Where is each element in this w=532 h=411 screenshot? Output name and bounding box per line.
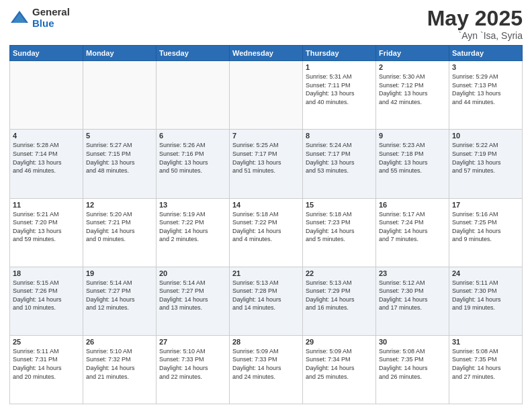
day-cell-0-3	[230, 61, 303, 130]
day-cell-1-3: 7Sunrise: 5:25 AM Sunset: 7:17 PM Daylig…	[230, 130, 303, 198]
header: General Blue May 2025 `Ayn `Isa, Syria	[9, 7, 523, 41]
day-info: Sunrise: 5:29 AM Sunset: 7:13 PM Dayligh…	[452, 73, 519, 106]
day-number: 27	[159, 338, 226, 346]
day-cell-4-6: 31Sunrise: 5:08 AM Sunset: 7:35 PM Dayli…	[449, 335, 523, 404]
day-cell-1-0: 4Sunrise: 5:28 AM Sunset: 7:14 PM Daylig…	[10, 130, 83, 198]
logo-icon	[9, 8, 30, 28]
calendar-header-row: Sunday Monday Tuesday Wednesday Thursday…	[10, 46, 523, 61]
title-block: May 2025 `Ayn `Isa, Syria	[427, 7, 523, 41]
day-number: 25	[13, 338, 80, 346]
day-cell-0-0	[10, 61, 83, 130]
day-info: Sunrise: 5:25 AM Sunset: 7:17 PM Dayligh…	[232, 141, 300, 175]
day-info: Sunrise: 5:10 AM Sunset: 7:33 PM Dayligh…	[159, 347, 226, 381]
col-friday: Friday	[376, 46, 449, 61]
day-cell-2-6: 17Sunrise: 5:16 AM Sunset: 7:25 PM Dayli…	[449, 198, 523, 267]
day-cell-3-6: 24Sunrise: 5:11 AM Sunset: 7:30 PM Dayli…	[449, 267, 523, 335]
day-number: 9	[379, 132, 446, 140]
day-number: 17	[452, 201, 519, 209]
calendar-table: Sunday Monday Tuesday Wednesday Thursday…	[9, 45, 523, 404]
day-number: 2	[379, 63, 446, 71]
day-number: 30	[379, 338, 446, 346]
day-cell-4-3: 28Sunrise: 5:09 AM Sunset: 7:33 PM Dayli…	[230, 335, 303, 404]
day-cell-0-6: 3Sunrise: 5:29 AM Sunset: 7:13 PM Daylig…	[449, 61, 523, 130]
day-cell-2-1: 12Sunrise: 5:20 AM Sunset: 7:21 PM Dayli…	[83, 198, 157, 267]
day-info: Sunrise: 5:28 AM Sunset: 7:14 PM Dayligh…	[13, 141, 80, 175]
day-number: 3	[452, 63, 519, 71]
day-cell-1-1: 5Sunrise: 5:27 AM Sunset: 7:15 PM Daylig…	[83, 130, 157, 198]
day-cell-0-5: 2Sunrise: 5:30 AM Sunset: 7:12 PM Daylig…	[376, 61, 449, 130]
day-cell-2-3: 14Sunrise: 5:18 AM Sunset: 7:22 PM Dayli…	[230, 198, 303, 267]
day-number: 20	[159, 269, 226, 277]
day-info: Sunrise: 5:11 AM Sunset: 7:30 PM Dayligh…	[452, 279, 519, 312]
logo-general-text: General	[32, 7, 70, 18]
title-location: `Ayn `Isa, Syria	[427, 30, 523, 41]
day-number: 13	[159, 201, 226, 209]
day-info: Sunrise: 5:13 AM Sunset: 7:29 PM Dayligh…	[306, 279, 373, 312]
day-cell-0-2	[157, 61, 230, 130]
day-info: Sunrise: 5:20 AM Sunset: 7:21 PM Dayligh…	[86, 210, 153, 244]
page: General Blue May 2025 `Ayn `Isa, Syria S…	[0, 0, 532, 411]
day-info: Sunrise: 5:24 AM Sunset: 7:17 PM Dayligh…	[306, 141, 373, 175]
day-info: Sunrise: 5:11 AM Sunset: 7:31 PM Dayligh…	[13, 347, 80, 381]
day-number: 4	[13, 132, 80, 140]
day-info: Sunrise: 5:21 AM Sunset: 7:20 PM Dayligh…	[13, 210, 80, 244]
day-number: 21	[232, 269, 300, 277]
day-cell-3-2: 20Sunrise: 5:14 AM Sunset: 7:27 PM Dayli…	[157, 267, 230, 335]
day-info: Sunrise: 5:23 AM Sunset: 7:18 PM Dayligh…	[379, 141, 446, 175]
day-number: 1	[306, 63, 373, 71]
day-cell-1-5: 9Sunrise: 5:23 AM Sunset: 7:18 PM Daylig…	[376, 130, 449, 198]
day-cell-4-5: 30Sunrise: 5:08 AM Sunset: 7:35 PM Dayli…	[376, 335, 449, 404]
day-info: Sunrise: 5:18 AM Sunset: 7:22 PM Dayligh…	[232, 210, 300, 244]
day-number: 15	[306, 201, 373, 209]
day-cell-2-2: 13Sunrise: 5:19 AM Sunset: 7:22 PM Dayli…	[157, 198, 230, 267]
day-number: 29	[306, 338, 373, 346]
day-cell-3-0: 18Sunrise: 5:15 AM Sunset: 7:26 PM Dayli…	[10, 267, 83, 335]
day-info: Sunrise: 5:14 AM Sunset: 7:27 PM Dayligh…	[86, 279, 153, 312]
day-info: Sunrise: 5:19 AM Sunset: 7:22 PM Dayligh…	[159, 210, 226, 244]
day-number: 24	[452, 269, 519, 277]
day-cell-2-5: 16Sunrise: 5:17 AM Sunset: 7:24 PM Dayli…	[376, 198, 449, 267]
day-number: 7	[232, 132, 300, 140]
week-row-3: 18Sunrise: 5:15 AM Sunset: 7:26 PM Dayli…	[10, 267, 523, 335]
logo-text: General Blue	[32, 7, 70, 29]
col-tuesday: Tuesday	[157, 46, 230, 61]
day-info: Sunrise: 5:09 AM Sunset: 7:34 PM Dayligh…	[306, 347, 373, 381]
day-number: 18	[13, 269, 80, 277]
day-number: 22	[306, 269, 373, 277]
day-cell-0-1	[83, 61, 157, 130]
day-cell-1-2: 6Sunrise: 5:26 AM Sunset: 7:16 PM Daylig…	[157, 130, 230, 198]
day-info: Sunrise: 5:26 AM Sunset: 7:16 PM Dayligh…	[159, 141, 226, 175]
day-cell-3-5: 23Sunrise: 5:12 AM Sunset: 7:30 PM Dayli…	[376, 267, 449, 335]
col-monday: Monday	[83, 46, 157, 61]
day-cell-0-4: 1Sunrise: 5:31 AM Sunset: 7:11 PM Daylig…	[303, 61, 376, 130]
day-cell-2-4: 15Sunrise: 5:18 AM Sunset: 7:23 PM Dayli…	[303, 198, 376, 267]
day-number: 16	[379, 201, 446, 209]
day-info: Sunrise: 5:16 AM Sunset: 7:25 PM Dayligh…	[452, 210, 519, 244]
day-info: Sunrise: 5:31 AM Sunset: 7:11 PM Dayligh…	[306, 73, 373, 106]
day-cell-3-3: 21Sunrise: 5:13 AM Sunset: 7:28 PM Dayli…	[230, 267, 303, 335]
day-info: Sunrise: 5:10 AM Sunset: 7:32 PM Dayligh…	[86, 347, 153, 381]
day-info: Sunrise: 5:15 AM Sunset: 7:26 PM Dayligh…	[13, 279, 80, 312]
day-cell-4-0: 25Sunrise: 5:11 AM Sunset: 7:31 PM Dayli…	[10, 335, 83, 404]
day-cell-2-0: 11Sunrise: 5:21 AM Sunset: 7:20 PM Dayli…	[10, 198, 83, 267]
day-number: 12	[86, 201, 153, 209]
col-thursday: Thursday	[303, 46, 376, 61]
day-cell-1-6: 10Sunrise: 5:22 AM Sunset: 7:19 PM Dayli…	[449, 130, 523, 198]
col-wednesday: Wednesday	[230, 46, 303, 61]
day-cell-3-1: 19Sunrise: 5:14 AM Sunset: 7:27 PM Dayli…	[83, 267, 157, 335]
day-number: 11	[13, 201, 80, 209]
day-info: Sunrise: 5:08 AM Sunset: 7:35 PM Dayligh…	[452, 347, 519, 381]
day-number: 6	[159, 132, 226, 140]
day-info: Sunrise: 5:18 AM Sunset: 7:23 PM Dayligh…	[306, 210, 373, 244]
day-cell-4-1: 26Sunrise: 5:10 AM Sunset: 7:32 PM Dayli…	[83, 335, 157, 404]
day-info: Sunrise: 5:22 AM Sunset: 7:19 PM Dayligh…	[452, 141, 519, 175]
day-number: 14	[232, 201, 300, 209]
week-row-2: 11Sunrise: 5:21 AM Sunset: 7:20 PM Dayli…	[10, 198, 523, 267]
day-number: 5	[86, 132, 153, 140]
day-info: Sunrise: 5:12 AM Sunset: 7:30 PM Dayligh…	[379, 279, 446, 312]
day-info: Sunrise: 5:30 AM Sunset: 7:12 PM Dayligh…	[379, 73, 446, 106]
title-month: May 2025	[427, 7, 523, 30]
day-cell-4-4: 29Sunrise: 5:09 AM Sunset: 7:34 PM Dayli…	[303, 335, 376, 404]
week-row-1: 4Sunrise: 5:28 AM Sunset: 7:14 PM Daylig…	[10, 130, 523, 198]
logo: General Blue	[9, 7, 70, 29]
